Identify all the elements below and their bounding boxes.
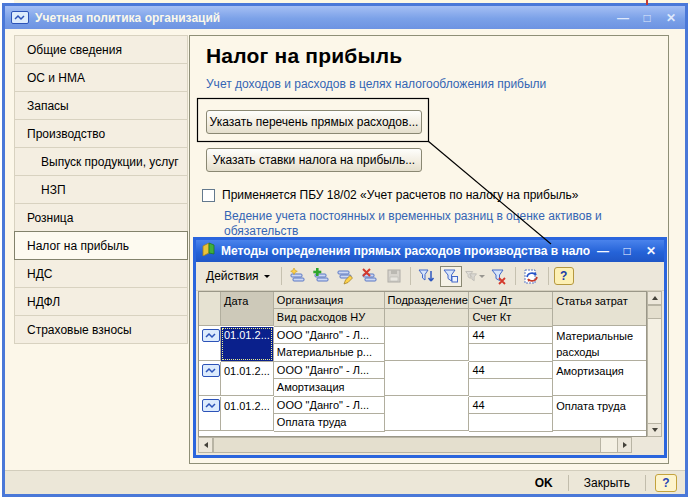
table-header: Дата Организация Вид расходов НУ Подразд… — [199, 292, 646, 327]
clear-filter-button[interactable] — [488, 266, 510, 287]
save-icon — [386, 268, 402, 284]
child-titlebar[interactable]: Методы определения прямых расходов произ… — [196, 240, 664, 262]
sidebar-item-output[interactable]: Выпуск продукции, услуг — [14, 147, 188, 176]
column-header-date[interactable]: Дата — [221, 292, 274, 326]
sidebar-item-ndfl[interactable]: НДФЛ — [14, 287, 188, 316]
copy-add-icon — [313, 268, 330, 285]
sidebar-item-nds[interactable]: НДС — [14, 259, 188, 288]
record-icon — [202, 364, 220, 377]
add-button[interactable] — [287, 266, 309, 287]
table-row[interactable]: 01.01.2... ООО "Данго" - Л... Материальн… — [199, 327, 646, 362]
record-icon — [202, 399, 220, 412]
close-button[interactable]: ✕ — [663, 11, 679, 25]
delete-button[interactable] — [359, 266, 381, 287]
record-icon — [202, 329, 220, 342]
filter-copy-button[interactable] — [464, 266, 486, 287]
sidebar-item-os-nma[interactable]: ОС и НМА — [14, 63, 188, 92]
chevron-down-icon — [264, 275, 270, 281]
vertical-scrollbar[interactable] — [647, 291, 662, 437]
save-button[interactable] — [383, 266, 405, 287]
sidebar-item-stocks[interactable]: Запасы — [14, 91, 188, 120]
table-row[interactable]: 01.01.2... ООО "Данго" - Л... Оплата тру… — [199, 397, 646, 432]
main-titlebar[interactable]: Учетная политика организаций — □ ✕ — [5, 6, 685, 29]
column-header-dept[interactable]: Подразделение — [385, 292, 470, 327]
child-minimize-button[interactable]: — — [595, 244, 611, 258]
direct-expenses-button[interactable]: Указать перечень прямых расходов... — [206, 110, 422, 134]
delete-icon — [361, 268, 378, 285]
window-title: Учетная политика организаций — [35, 11, 220, 25]
refresh-button[interactable] — [521, 266, 543, 287]
child-close-button[interactable]: ✕ — [643, 244, 659, 258]
horizontal-scroll-thumb[interactable] — [213, 437, 601, 453]
page-subtitle: Учет доходов и расходов в целях налогооб… — [206, 77, 546, 91]
close-form-button[interactable]: Закрыть — [578, 474, 636, 492]
filter-copy-icon — [465, 268, 478, 285]
methods-table: Дата Организация Вид расходов НУ Подразд… — [198, 291, 647, 437]
scroll-right-button[interactable] — [617, 437, 632, 453]
selected-cell[interactable]: 01.01.2... — [221, 327, 273, 361]
vertical-scroll-thumb[interactable] — [647, 305, 662, 319]
direct-expense-methods-window: Методы определения прямых расходов произ… — [193, 237, 667, 458]
filter-settings-button[interactable] — [440, 266, 462, 287]
scroll-up-button[interactable] — [647, 291, 662, 305]
page-title: Налог на прибыль — [206, 44, 402, 68]
add-icon — [289, 268, 306, 285]
column-header-org[interactable]: Организация Вид расходов НУ — [274, 292, 385, 327]
record-icon — [11, 11, 29, 24]
sidebar-item-retail[interactable]: Розница — [14, 203, 188, 232]
ok-button[interactable]: OK — [529, 474, 559, 492]
edit-button[interactable] — [335, 266, 357, 287]
bottom-button-bar: OK Закрыть ? — [5, 470, 685, 494]
refresh-icon — [523, 268, 540, 285]
help-button[interactable]: ? — [655, 474, 677, 492]
actions-menu-button[interactable]: Действия — [200, 267, 276, 285]
filter-icon — [442, 268, 459, 285]
sidebar-item-income-tax[interactable]: Налог на прибыль — [14, 231, 188, 260]
toolbar-help-button[interactable]: ? — [554, 267, 574, 285]
maximize-button[interactable]: □ — [639, 11, 655, 25]
sidebar-item-production[interactable]: Производство — [14, 119, 188, 148]
pbu-checkbox-label: Применяется ПБУ 18/02 «Учет расчетов по … — [222, 188, 578, 202]
edit-icon — [337, 268, 354, 285]
sidebar-item-general[interactable]: Общие сведения — [14, 35, 188, 64]
sort-filter-icon — [418, 268, 435, 285]
child-window-title: Методы определения прямых расходов произ… — [221, 244, 590, 258]
add-copy-button[interactable] — [311, 266, 333, 287]
sidebar-item-nzp[interactable]: НЗП — [14, 175, 188, 204]
sort-filter-button[interactable] — [416, 266, 438, 287]
chevron-down-icon — [479, 275, 485, 281]
screen-artifact — [646, 0, 648, 5]
clear-filter-icon — [490, 268, 507, 285]
sidebar-tabs: Общие сведения ОС и НМА Запасы Производс… — [14, 35, 188, 343]
pbu-checkbox[interactable] — [202, 189, 215, 202]
minimize-button[interactable]: — — [615, 11, 631, 25]
horizontal-scrollbar[interactable] — [198, 437, 632, 453]
register-icon — [201, 242, 216, 260]
table-row[interactable]: 01.01.2... ООО "Данго" - Л... Амортизаци… — [199, 362, 646, 397]
column-header-item[interactable]: Статья затрат — [553, 292, 646, 326]
column-header-account[interactable]: Счет Дт Счет Кт — [469, 292, 553, 327]
scroll-down-button[interactable] — [647, 423, 662, 437]
child-maximize-button[interactable]: □ — [619, 244, 635, 258]
child-toolbar: Действия — [196, 262, 664, 291]
tax-rates-button[interactable]: Указать ставки налога на прибыль... — [206, 148, 422, 172]
scroll-left-button[interactable] — [198, 437, 213, 453]
sidebar-item-insurance[interactable]: Страховые взносы — [14, 315, 188, 344]
